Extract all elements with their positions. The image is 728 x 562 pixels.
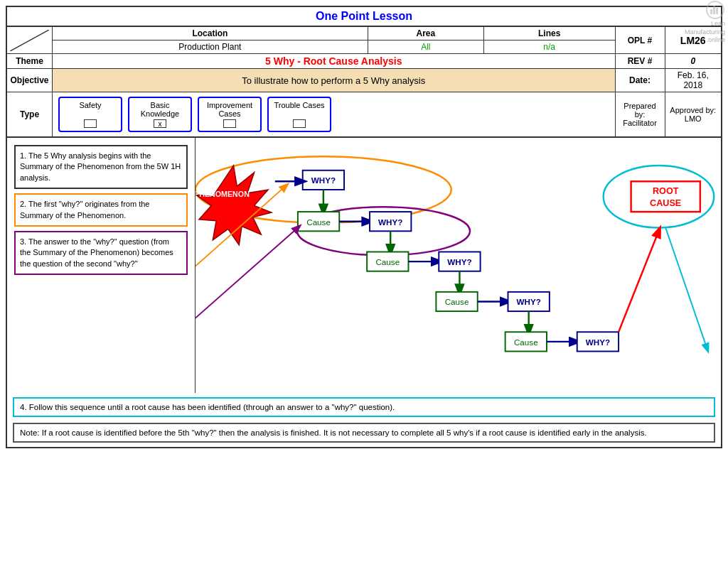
type-trouble-cases-label: Trouble Cases (274, 101, 324, 109)
content-area: 1. The 5 Why analysis begins with the Su… (6, 138, 722, 448)
cause2-label: Cause (375, 257, 400, 266)
date-val: Feb. 16, 2018 (665, 69, 722, 92)
diagonal-cell (6, 26, 53, 54)
main-table: One Point Lesson Location Area Lines OPL… (6, 6, 722, 138)
type-trouble-cases: Trouble Cases (267, 97, 331, 132)
approved-by-label: Approved by: (668, 106, 719, 114)
location-val: Production Plant (53, 40, 368, 54)
note2-text: Note: If a root cause is identified befo… (20, 428, 647, 437)
logo-text: LeanManufacturing.online (685, 20, 725, 43)
type-basic-knowledge-checkbox: x (154, 119, 166, 128)
note1-text: 4. Follow this sequence until a root cau… (20, 403, 395, 411)
prepared-by-label: Prepared by: (619, 102, 662, 119)
location-values-row: Production Plant All n/a (6, 40, 722, 54)
svg-rect-3 (710, 9, 712, 14)
lines-label: Lines (483, 26, 615, 40)
rev-label: REV # (615, 54, 665, 69)
phenomenon-label: PHENOMENON (196, 190, 250, 198)
text-panel-1: 1. The 5 Why analysis begins with the Su… (14, 145, 188, 189)
prepared-by-cell: Prepared by: Facilitator (615, 92, 665, 138)
type-row: Type Safety Basic Knowledge x Impro (6, 92, 722, 138)
theme-label: Theme (6, 54, 53, 69)
location-label: Location (53, 26, 368, 40)
cause3-label: Cause (445, 297, 469, 306)
type-basic-knowledge: Basic Knowledge x (128, 97, 192, 132)
text-panel-2-content: 2. The first "why?" originates from the … (20, 200, 149, 219)
why5-label: WHY? (586, 337, 610, 347)
why3-label: WHY? (447, 257, 471, 266)
diagram-svg: PHENOMENON WHY? Cause WHY? (196, 138, 721, 390)
objective-row: Objective To illustrate how to perform a… (6, 69, 722, 92)
area-val: All (368, 40, 483, 54)
type-boxes-cell: Safety Basic Knowledge x Improvement Cas… (53, 92, 616, 138)
text-panel-1-content: 1. The 5 Why analysis begins with the Su… (20, 151, 181, 182)
why1-label: WHY? (311, 175, 336, 185)
title-row: One Point Lesson (6, 6, 722, 26)
type-improvement-cases: Improvement Cases (198, 97, 262, 132)
area-label: Area (368, 26, 483, 40)
svg-line-27 (619, 231, 658, 332)
lines-val: n/a (483, 40, 615, 54)
type-safety-checkbox (84, 119, 97, 128)
svg-rect-1 (713, 6, 715, 14)
type-boxes: Safety Basic Knowledge x Improvement Cas… (55, 94, 612, 135)
theme-row: Theme 5 Why - Root Cause Analysis REV # … (6, 54, 722, 69)
svg-rect-2 (716, 8, 718, 14)
type-basic-knowledge-label: Basic Knowledge (131, 101, 189, 118)
type-improvement-cases-label: Improvement Cases (200, 101, 259, 118)
logo: LeanManufacturing.online (647, 3, 725, 42)
theme-val: 5 Why - Root Cause Analysis (53, 54, 616, 69)
page-title: One Point Lesson (6, 6, 722, 26)
type-trouble-cases-checkbox (293, 119, 306, 128)
text-panel-3: 3. The answer to the "why?" question (fr… (14, 231, 188, 275)
svg-line-30 (196, 227, 298, 320)
why2-label: WHY? (378, 217, 402, 227)
type-safety: Safety (58, 97, 122, 132)
page: LeanManufacturing.online One Point Lesso… (0, 0, 728, 562)
root-cause-label-line1: ROOT (653, 186, 679, 196)
note2: Note: If a root cause is identified befo… (13, 423, 715, 443)
objective-val: To illustrate how to perform a 5 Why ana… (53, 69, 616, 92)
text-panel-3-content: 3. The answer to the "why?" question (fr… (20, 237, 173, 268)
location-row: Location Area Lines OPL # LM26 (6, 26, 722, 40)
approved-by-cell: Approved by: LMO (665, 92, 722, 138)
text-panel-2: 2. The first "why?" originates from the … (14, 193, 188, 227)
why4-label: WHY? (517, 297, 541, 306)
objective-label: Objective (6, 69, 53, 92)
type-improvement-cases-checkbox (223, 119, 236, 128)
date-label: Date: (615, 69, 665, 92)
approved-by-val: LMO (668, 114, 719, 123)
left-panels: 1. The 5 Why analysis begins with the Su… (7, 138, 196, 393)
note1: 4. Follow this sequence until a root cau… (13, 397, 715, 417)
rev-val: 0 (665, 54, 722, 69)
diagram-area: PHENOMENON WHY? Cause WHY? (196, 138, 721, 393)
svg-line-28 (665, 227, 707, 348)
svg-line-4 (10, 30, 49, 51)
cause4-label: Cause (514, 337, 538, 347)
prepared-by-val: Facilitator (619, 119, 662, 127)
type-safety-label: Safety (79, 101, 101, 109)
root-cause-label-line2: CAUSE (650, 198, 681, 208)
content-inner: 1. The 5 Why analysis begins with the Su… (7, 138, 721, 393)
type-label: Type (6, 92, 53, 138)
cause1-label: Cause (306, 217, 331, 227)
